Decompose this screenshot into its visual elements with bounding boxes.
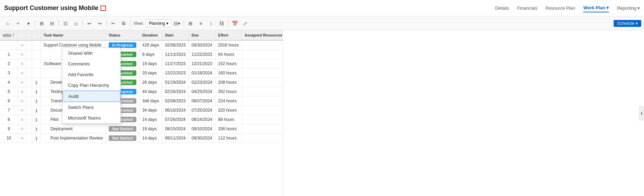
table-row[interactable]: 3 ≡ Completed 20 days 12/22/2023 01/18/2…: [0, 69, 283, 78]
expand-icon[interactable]: ❯: [35, 90, 38, 94]
drag-handle[interactable]: ≡: [18, 78, 26, 87]
check-cell[interactable]: [26, 115, 32, 124]
home-btn[interactable]: ⌂: [3, 19, 12, 28]
drag-handle[interactable]: ≡: [18, 87, 26, 96]
drag-handle[interactable]: ≡: [18, 134, 26, 143]
check-cell[interactable]: [26, 50, 32, 59]
nav-resource-plan[interactable]: Resource Plan: [546, 4, 575, 12]
expand-btn[interactable]: ⤢: [241, 19, 250, 28]
gantt-area: ❮: [283, 30, 644, 196]
table-row[interactable]: 8 ≡ ❯ Pilot Not Started 14 days 07/26/20…: [0, 115, 283, 124]
insert-below-btn[interactable]: ⊟: [47, 19, 57, 28]
align-btn[interactable]: ≡: [196, 19, 206, 28]
nav-right: Details Financials Resource Plan Work Pl…: [495, 4, 640, 12]
filter-btn[interactable]: ⊟▾: [172, 19, 182, 28]
check-cell[interactable]: [26, 87, 32, 96]
expand-cell[interactable]: ❯: [32, 96, 41, 106]
table-row[interactable]: ≡ Support Customer using Mobile In Progr…: [0, 40, 283, 50]
drag-handle[interactable]: ≡: [18, 96, 26, 106]
drag-handle[interactable]: ≡: [18, 40, 26, 50]
nav-details[interactable]: Details: [495, 4, 509, 12]
col-effort: Effort: [215, 30, 242, 40]
check-cell[interactable]: [26, 69, 32, 78]
context-menu-item[interactable]: Shared With: [62, 48, 120, 59]
expand-cell[interactable]: [32, 59, 41, 69]
add-btn[interactable]: ＋: [13, 19, 23, 28]
sep2: [59, 20, 59, 27]
drag-handle[interactable]: ≡: [18, 50, 26, 59]
check-cell[interactable]: [26, 124, 32, 134]
drag-handle[interactable]: ≡: [18, 124, 26, 134]
effort-cell: 152 hours: [215, 59, 242, 69]
expand-cell[interactable]: [32, 40, 41, 50]
check-cell[interactable]: [26, 134, 32, 143]
duration-cell: 34 days: [139, 106, 162, 115]
table-row[interactable]: 5 ≡ ❯ Testing In Progress 44 days 02/26/…: [0, 87, 283, 96]
wbs-cell: 6: [0, 96, 18, 106]
drag-handle[interactable]: ≡: [18, 115, 26, 124]
chevron-down-icon: ▾: [636, 21, 638, 26]
nav-reporting[interactable]: Reporting ▾: [617, 4, 640, 12]
drag-icon: ≡: [21, 71, 23, 75]
check-cell[interactable]: [26, 78, 32, 87]
context-menu-item[interactable]: Comments: [62, 59, 120, 69]
wbs-cell: 2: [0, 59, 18, 69]
sep5: [130, 20, 130, 27]
expand-icon[interactable]: ❯: [35, 136, 38, 140]
drag-handle[interactable]: ≡: [18, 106, 26, 115]
expand-cell[interactable]: ❯: [32, 106, 41, 115]
expand-icon[interactable]: ❯: [35, 81, 38, 84]
context-menu-item[interactable]: Audit: [62, 91, 120, 102]
table-row[interactable]: 2 ≡ /Software Requirements Completed 19 …: [0, 59, 283, 69]
context-menu-item[interactable]: Microsoft Teams: [62, 113, 120, 123]
expand-cell[interactable]: ❯: [32, 124, 41, 134]
cut-btn[interactable]: ✂: [108, 19, 118, 28]
table-row[interactable]: 10 ≡ ❯ Post Implementation Review Not St…: [0, 134, 283, 143]
check-cell[interactable]: [26, 59, 32, 69]
view-dropdown[interactable]: Planning ▾: [146, 20, 172, 27]
calendar-btn[interactable]: 📅: [230, 19, 240, 28]
drag-icon: ≡: [21, 61, 23, 66]
table-row[interactable]: 4 ≡ ❯ Development Completed 26 days 01/1…: [0, 78, 283, 87]
drag-handle[interactable]: ≡: [18, 59, 26, 69]
view-label: View:: [132, 21, 145, 26]
task-btn[interactable]: ⊡: [61, 19, 70, 28]
check-cell[interactable]: [26, 106, 32, 115]
expand-icon[interactable]: ❯: [35, 118, 38, 122]
milestone-btn[interactable]: ◇: [71, 19, 81, 28]
settings-btn[interactable]: ⚙: [119, 19, 128, 28]
table-row[interactable]: 9 ≡ ❯ Deployment Not Started 19 days 08/…: [0, 124, 283, 134]
table-row[interactable]: 7 ≡ ❯ Documentation Not Started 34 days …: [0, 106, 283, 115]
check-cell[interactable]: [26, 96, 32, 106]
schedule-button[interactable]: Schedule ▾: [614, 20, 641, 27]
context-menu-item[interactable]: Add Favorite: [62, 69, 120, 80]
nav-work-plan[interactable]: Work Plan ▾: [583, 4, 608, 12]
col-status: Status: [106, 30, 139, 40]
expand-cell[interactable]: ❯: [32, 87, 41, 96]
redo-btn[interactable]: ↪: [95, 19, 105, 28]
sort-btn[interactable]: ↕: [206, 19, 216, 28]
check-cell[interactable]: [26, 40, 32, 50]
insert-above-btn[interactable]: ⊞: [37, 19, 47, 28]
columns-btn[interactable]: ⊞: [186, 19, 195, 28]
collapse-arrow[interactable]: ❮: [639, 106, 644, 120]
expand-cell[interactable]: ❯: [32, 134, 41, 143]
nav-financials[interactable]: Financials: [517, 4, 537, 12]
expand-icon[interactable]: ❯: [35, 99, 38, 103]
effort-cell: 336 hours: [215, 124, 242, 134]
table-row[interactable]: 6 ≡ ❯ Training Not Started 348 days 02/0…: [0, 96, 283, 106]
expand-cell[interactable]: [32, 69, 41, 78]
drag-handle[interactable]: ≡: [18, 69, 26, 78]
chevron-down-icon: ▾: [606, 5, 609, 10]
undo-btn[interactable]: ↩: [85, 19, 94, 28]
expand-cell[interactable]: ❯: [32, 78, 41, 87]
expand-icon[interactable]: ❯: [35, 127, 38, 131]
context-menu-item[interactable]: Switch Plans: [62, 102, 120, 113]
context-menu-item[interactable]: Copy Plan Hierarchy: [62, 80, 120, 91]
table-row[interactable]: 1 ≡ Completed 8 days 11/13/2023 11/22/20…: [0, 50, 283, 59]
add-dropdown-btn[interactable]: ▾: [23, 19, 33, 28]
expand-cell[interactable]: ❯: [32, 115, 41, 124]
expand-cell[interactable]: [32, 50, 41, 59]
link-btn[interactable]: ⛓: [217, 19, 226, 28]
expand-icon[interactable]: ❯: [35, 109, 38, 112]
